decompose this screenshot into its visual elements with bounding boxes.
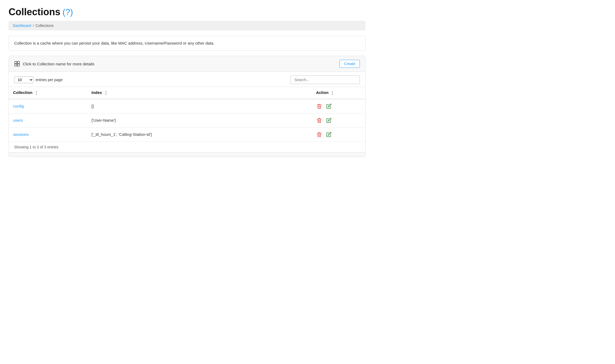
svg-rect-3	[17, 64, 20, 66]
edit-button-sessions[interactable]	[326, 131, 332, 138]
entries-per-page-select[interactable]: 10 25 50 100	[14, 76, 33, 83]
action-icons	[316, 131, 361, 138]
collection-link-users[interactable]: users	[13, 118, 23, 122]
create-button[interactable]: Create	[340, 60, 360, 68]
table-footer: Showing 1 to 3 of 3 entries	[9, 141, 365, 152]
entries-count-text: Showing 1 to 3 of 3 entries	[14, 145, 59, 149]
cell-collection: users	[9, 113, 87, 127]
panel-header-left: Click to Collection name for more detail…	[14, 61, 94, 67]
breadcrumb-current: Collections	[35, 23, 53, 28]
sort-down-action: ▼	[331, 93, 334, 96]
svg-rect-0	[15, 61, 17, 64]
svg-rect-1	[17, 61, 20, 64]
edit-button-config[interactable]	[326, 103, 332, 109]
cell-action	[312, 113, 365, 127]
sort-arrows-action[interactable]: ▲ ▼	[331, 90, 334, 96]
action-icons	[316, 103, 361, 109]
page-title: Collections	[9, 6, 60, 18]
table-row: sessions['_ttl_hours_1', 'Calling-Statio…	[9, 127, 365, 141]
sort-up-collection: ▲	[35, 90, 38, 93]
search-input[interactable]	[290, 76, 360, 84]
collections-table: Collection ▲ ▼ Index ▲ ▼	[9, 87, 365, 141]
sort-down-index: ▼	[105, 93, 107, 96]
col-header-action: Action ▲ ▼	[312, 87, 365, 99]
info-box: Collection is a cache where you can pers…	[9, 36, 365, 50]
col-header-collection: Collection ▲ ▼	[9, 87, 87, 99]
cell-index: ['User-Name']	[87, 113, 312, 127]
cell-index: ['_ttl_hours_1', 'Calling-Station-Id']	[87, 127, 312, 141]
cell-collection: sessions	[9, 127, 87, 141]
cell-index: []	[87, 99, 312, 113]
page-title-container: Collections (?)	[9, 6, 365, 18]
cell-action	[312, 99, 365, 113]
sort-arrows-index[interactable]: ▲ ▼	[105, 90, 107, 96]
action-icons	[316, 117, 361, 124]
cell-action	[312, 127, 365, 141]
main-panel: Click to Collection name for more detail…	[9, 56, 365, 157]
cell-collection: config	[9, 99, 87, 113]
entries-control: 10 25 50 100 entries per page	[14, 76, 63, 83]
info-text: Collection is a cache where you can pers…	[14, 41, 215, 45]
delete-button-users[interactable]	[316, 117, 322, 124]
panel-bottom	[9, 152, 365, 157]
collection-link-config[interactable]: config	[13, 104, 24, 108]
table-row: config[]	[9, 99, 365, 113]
table-grid-icon	[14, 61, 20, 67]
svg-rect-2	[15, 64, 17, 66]
delete-button-sessions[interactable]	[316, 131, 322, 138]
sort-down-collection: ▼	[35, 93, 38, 96]
table-body: config[]users['User-Name']sessions['_ttl…	[9, 99, 365, 141]
breadcrumb: Dashboard / Collections	[9, 21, 365, 30]
entries-label: entries per page	[36, 78, 63, 82]
sort-up-action: ▲	[331, 90, 334, 93]
sort-up-index: ▲	[105, 90, 107, 93]
table-header: Collection ▲ ▼ Index ▲ ▼	[9, 87, 365, 99]
panel-hint-text: Click to Collection name for more detail…	[23, 62, 94, 66]
col-header-index: Index ▲ ▼	[87, 87, 312, 99]
table-row: users['User-Name']	[9, 113, 365, 127]
breadcrumb-separator: /	[33, 23, 34, 28]
sort-arrows-collection[interactable]: ▲ ▼	[35, 90, 38, 96]
panel-header: Click to Collection name for more detail…	[9, 56, 365, 72]
table-controls: 10 25 50 100 entries per page	[9, 72, 365, 87]
edit-button-users[interactable]	[326, 117, 332, 124]
breadcrumb-home-link[interactable]: Dashboard	[13, 23, 31, 28]
delete-button-config[interactable]	[316, 103, 322, 109]
collection-link-sessions[interactable]: sessions	[13, 132, 29, 137]
help-icon[interactable]: (?)	[63, 7, 73, 17]
